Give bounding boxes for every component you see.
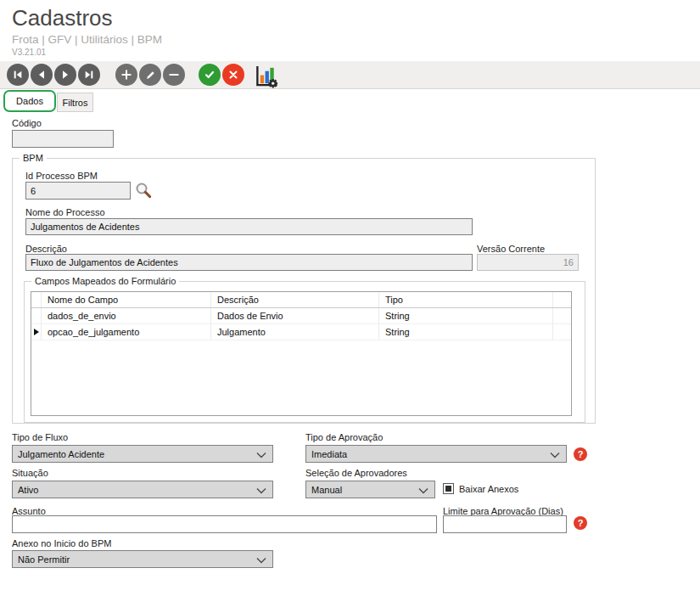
campos-table: Nome do Campo Descrição Tipo dados_de_en… — [31, 291, 572, 416]
cancel-button[interactable] — [222, 64, 244, 86]
next-record-button[interactable] — [54, 64, 76, 86]
cell-nome[interactable]: opcao_de_julgamento — [42, 324, 211, 340]
codigo-input[interactable] — [12, 130, 114, 148]
selecao-aprovadores-value: Manual — [311, 485, 342, 495]
selecao-aprovadores-select[interactable]: Manual — [305, 481, 435, 498]
id-processo-input[interactable] — [25, 182, 131, 200]
tipo-aprovacao-value: Imediata — [311, 449, 347, 459]
check-icon — [203, 68, 216, 82]
chart-settings-button[interactable] — [252, 63, 281, 88]
cell-nome[interactable]: dados_de_envio — [42, 308, 211, 323]
chevron-down-icon — [418, 487, 428, 494]
tipo-fluxo-label: Tipo de Fluxo — [12, 432, 68, 442]
last-record-icon — [82, 68, 96, 82]
table-row[interactable]: dados_de_envio Dados de Envio String — [31, 308, 571, 324]
cell-tipo[interactable]: String — [379, 324, 553, 340]
limite-aprovacao-input[interactable] — [443, 515, 567, 533]
nome-processo-label: Nome do Processo — [25, 207, 105, 217]
tipo-aprovacao-help-icon[interactable]: ? — [574, 447, 587, 461]
tab-dados[interactable]: Dados — [3, 90, 56, 112]
x-icon — [227, 69, 239, 81]
chevron-down-icon — [256, 452, 266, 458]
next-record-icon — [59, 68, 72, 82]
baixar-anexos-checkbox[interactable] — [443, 483, 454, 494]
minus-icon — [167, 68, 181, 82]
page-title: Cadastros — [12, 5, 113, 31]
bar-chart-gear-icon — [253, 64, 280, 88]
cell-tipo[interactable]: String — [379, 308, 553, 323]
tipo-aprovacao-label: Tipo de Aprovação — [305, 432, 383, 442]
col-header-nome-do-campo[interactable]: Nome do Campo — [42, 292, 211, 307]
col-header-empty — [553, 292, 571, 307]
table-row-selected[interactable]: opcao_de_julgamento Julgamento String — [31, 324, 571, 340]
delete-record-button[interactable] — [163, 64, 185, 86]
assunto-input[interactable] — [12, 515, 437, 533]
magnifier-icon — [134, 181, 153, 200]
baixar-anexos-label: Baixar Anexos — [459, 484, 518, 494]
limite-aprovacao-help-icon[interactable]: ? — [574, 516, 587, 530]
codigo-label: Código — [12, 118, 42, 128]
plus-icon — [120, 68, 133, 82]
tipo-fluxo-value: Julgamento Acidente — [18, 449, 104, 459]
situacao-label: Situação — [12, 468, 48, 478]
tipo-fluxo-select[interactable]: Julgamento Acidente — [12, 445, 273, 463]
versao-corrente-input — [477, 254, 579, 271]
row-indicator-gutter — [31, 292, 42, 307]
previous-record-button[interactable] — [31, 64, 53, 86]
toolbar — [0, 61, 700, 89]
cell-descricao[interactable]: Dados de Envio — [211, 308, 379, 323]
chevron-down-icon — [256, 487, 266, 494]
table-header-row: Nome do Campo Descrição Tipo — [31, 292, 571, 308]
situacao-value: Ativo — [18, 485, 38, 495]
selecao-aprovadores-label: Seleção de Aprovadores — [305, 468, 407, 478]
first-record-button[interactable] — [7, 64, 29, 86]
version-label: V3.21.01 — [12, 48, 46, 57]
breadcrumb: Frota | GFV | Utilitários | BPM — [12, 33, 162, 46]
id-processo-label: Id Processo BPM — [25, 171, 98, 181]
pencil-icon — [144, 69, 157, 82]
edit-record-button[interactable] — [139, 64, 161, 86]
insert-record-button[interactable] — [115, 64, 137, 86]
anexo-inicio-label: Anexo no Inicio do BPM — [12, 538, 111, 548]
previous-record-icon — [35, 68, 48, 82]
checkbox-checked-mark — [445, 486, 451, 492]
current-row-marker-icon — [34, 329, 39, 335]
bpm-group-legend: BPM — [20, 153, 47, 163]
search-button[interactable] — [134, 181, 153, 203]
last-record-button[interactable] — [78, 64, 100, 86]
anexo-inicio-value: Não Permitir — [18, 554, 70, 565]
col-header-tipo[interactable]: Tipo — [379, 292, 553, 307]
cadastros-window: Cadastros Frota | GFV | Utilitários | BP… — [0, 0, 700, 613]
descricao-label: Descrição — [25, 244, 67, 254]
campos-mapeados-legend: Campos Mapeados do Formulário — [31, 276, 179, 286]
col-header-descricao[interactable]: Descrição — [211, 292, 379, 307]
tab-filtros[interactable]: Filtros — [57, 93, 93, 112]
situacao-select[interactable]: Ativo — [12, 481, 273, 498]
cell-descricao[interactable]: Julgamento — [211, 324, 379, 340]
descricao-input[interactable] — [25, 254, 473, 271]
row-indicator-gutter — [31, 308, 42, 323]
chevron-down-icon — [550, 452, 560, 458]
chevron-down-icon — [256, 557, 266, 564]
tipo-aprovacao-select[interactable]: Imediata — [305, 445, 567, 463]
anexo-inicio-select[interactable]: Não Permitir — [12, 550, 273, 568]
nome-processo-input[interactable] — [25, 218, 473, 235]
first-record-icon — [11, 68, 25, 82]
row-indicator-gutter — [31, 324, 42, 340]
versao-corrente-label: Versão Corrente — [477, 244, 545, 254]
confirm-button[interactable] — [199, 64, 221, 86]
